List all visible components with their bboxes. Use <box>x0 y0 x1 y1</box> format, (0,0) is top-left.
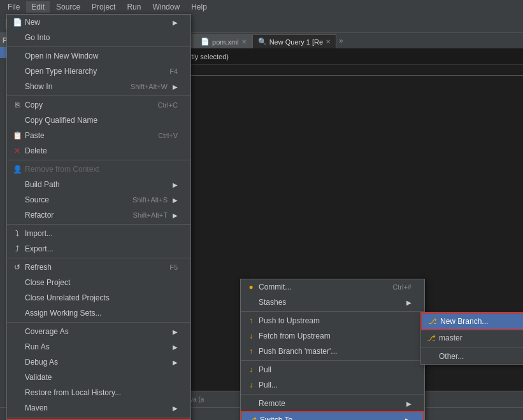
new-branch-icon: ⎇ <box>427 316 438 326</box>
menu-label-close-unrelated: Close Unrelated Projects <box>25 293 178 302</box>
tab-close-pom[interactable]: ✕ <box>241 38 247 45</box>
menu-item-close-project[interactable]: Close Project <box>7 275 190 290</box>
arrow-switch-to: ▶ <box>405 417 410 421</box>
menu-run[interactable]: Run <box>122 1 146 13</box>
menu-item-delete[interactable]: ✕ Delete <box>7 143 190 158</box>
menu-item-close-unrelated[interactable]: Close Unrelated Projects <box>7 290 190 305</box>
menu-item-debug-as[interactable]: Debug As ▶ <box>7 354 190 370</box>
menu-item-new-branch[interactable]: ⎇ New Branch... <box>421 312 523 330</box>
menu-label-refresh: Refresh <box>25 263 157 272</box>
menu-label-go-into: Go Into <box>25 33 178 42</box>
menu-item-assign-working[interactable]: Assign Working Sets... <box>7 305 190 321</box>
menu-item-new[interactable]: 📄 New ▶ <box>7 15 190 30</box>
tab-icon-pom: 📄 <box>201 38 210 46</box>
menu-label-pull: Pull <box>259 365 412 374</box>
menu-item-coverage-as[interactable]: Coverage As ▶ <box>7 324 190 339</box>
menu-item-remove-context[interactable]: 👤 Remove from Context <box>7 162 190 177</box>
menu-label-delete: Delete <box>25 146 178 155</box>
menu-item-export[interactable]: ⤴ Export... <box>7 241 190 256</box>
go-into-icon <box>12 32 22 43</box>
menu-label-assign-working: Assign Working Sets... <box>25 309 178 318</box>
menu-item-refactor[interactable]: Refactor Shift+Alt+T ▶ <box>7 207 190 223</box>
menu-project[interactable]: Project <box>87 1 120 13</box>
menu-label-show-in: Show In <box>25 82 118 91</box>
context-menu-team: ● Commit... Ctrl+# Stashes ▶ ↑ Push to U… <box>240 279 425 420</box>
new-icon: 📄 <box>12 17 22 27</box>
shortcut-refresh: F5 <box>169 263 178 271</box>
import-icon: ⤵ <box>12 228 22 239</box>
menu-source[interactable]: Source <box>51 1 85 13</box>
menu-item-pull-dots[interactable]: ↓ Pull... <box>241 377 424 393</box>
menubar: File Edit Source Project Run Window Help <box>0 0 523 14</box>
menu-label-copy-qualified: Copy Qualified Name <box>25 116 178 125</box>
debug-as-icon <box>12 357 22 367</box>
sep-6 <box>7 322 190 323</box>
menu-item-paste[interactable]: 📋 Paste Ctrl+V <box>7 128 190 143</box>
menu-item-source[interactable]: Source Shift+Alt+S ▶ <box>7 192 190 207</box>
menu-label-push-branch: Push Branch 'master'... <box>259 347 412 356</box>
pull-dots-icon: ↓ <box>246 380 256 390</box>
arrow-coverage: ▶ <box>173 328 178 335</box>
arrow-maven: ▶ <box>173 405 178 412</box>
arrow-new: ▶ <box>173 19 178 26</box>
tab-new-query[interactable]: 🔍 New Query 1 [Re ✕ <box>252 34 336 48</box>
menu-item-run-as[interactable]: Run As ▶ <box>7 339 190 354</box>
menu-item-pull[interactable]: ↓ Pull <box>241 362 424 377</box>
menu-item-go-into[interactable]: Go Into <box>7 30 190 45</box>
menu-item-open-window[interactable]: Open in New Window <box>7 48 190 64</box>
team-sep-1 <box>241 311 424 312</box>
menu-item-restore-history[interactable]: Restore from Local History... <box>7 385 190 400</box>
menu-file[interactable]: File <box>3 1 25 13</box>
menu-label-paste: Paste <box>25 131 145 140</box>
switch-sep-1 <box>421 347 523 347</box>
tab-icon-query: 🔍 <box>258 38 267 46</box>
tab-label-pom: pom.xml <box>212 38 239 46</box>
menu-item-refresh[interactable]: ↺ Refresh F5 <box>7 260 190 275</box>
close-project-icon <box>12 277 22 288</box>
source-icon <box>12 195 22 205</box>
menu-item-push-branch[interactable]: ↑ Push Branch 'master'... <box>241 344 424 359</box>
menu-item-fetch-upstream[interactable]: ↓ Fetch from Upstream <box>241 328 424 344</box>
menu-window[interactable]: Window <box>147 1 185 13</box>
menu-item-other[interactable]: Other... <box>421 349 523 364</box>
menu-item-switch-to[interactable]: ⎇ Switch To ▶ <box>241 411 424 420</box>
menu-item-remote[interactable]: Remote ▶ <box>241 396 424 411</box>
menu-item-push-upstream[interactable]: ↑ Push to Upstream <box>241 313 424 328</box>
push-upstream-icon: ↑ <box>246 316 256 326</box>
sep-4 <box>7 224 190 225</box>
menu-item-show-in[interactable]: Show In Shift+Alt+W ▶ <box>7 79 190 94</box>
menu-edit[interactable]: Edit <box>26 1 50 13</box>
menu-item-commit[interactable]: ● Commit... Ctrl+# <box>241 279 424 295</box>
copy-icon: ⎘ <box>12 100 22 110</box>
menu-label-other: Other... <box>439 352 523 361</box>
menu-item-master[interactable]: ⎇ master <box>421 330 523 346</box>
menu-help[interactable]: Help <box>186 1 212 13</box>
tab-close-query[interactable]: ✕ <box>326 38 331 45</box>
run-as-icon <box>12 342 22 352</box>
arrow-build-path: ▶ <box>173 181 178 188</box>
shortcut-type-hier: F4 <box>169 67 178 75</box>
sep-1 <box>7 46 190 47</box>
menu-item-maven[interactable]: Maven ▶ <box>7 400 190 416</box>
menu-item-import[interactable]: ⤵ Import... <box>7 226 190 241</box>
push-branch-icon: ↑ <box>246 346 256 356</box>
menu-item-copy[interactable]: ⎘ Copy Ctrl+C <box>7 97 190 113</box>
shortcut-refactor: Shift+Alt+T <box>133 211 168 219</box>
menu-label-restore-history: Restore from Local History... <box>25 388 178 397</box>
menu-item-validate[interactable]: Validate <box>7 370 190 385</box>
tab-label-query: New Query 1 [Re <box>269 38 323 46</box>
menu-item-build-path[interactable]: Build Path ▶ <box>7 177 190 192</box>
menu-label-source: Source <box>25 195 120 204</box>
menu-item-copy-qualified[interactable]: Copy Qualified Name <box>7 113 190 128</box>
sep-5 <box>7 258 190 258</box>
tab-pom-xml[interactable]: 📄 pom.xml ✕ <box>195 34 252 48</box>
menu-label-validate: Validate <box>25 373 178 382</box>
menu-item-stashes[interactable]: Stashes ▶ <box>241 295 424 310</box>
show-in-icon <box>12 81 22 92</box>
menu-item-type-hier[interactable]: Open Type Hierarchy F4 <box>7 64 190 79</box>
menu-label-build-path: Build Path <box>25 180 168 189</box>
fetch-upstream-icon: ↓ <box>246 331 256 341</box>
open-window-icon <box>12 51 22 61</box>
tab-overflow[interactable]: » <box>336 36 346 45</box>
menu-label-pull-dots: Pull... <box>259 381 412 389</box>
